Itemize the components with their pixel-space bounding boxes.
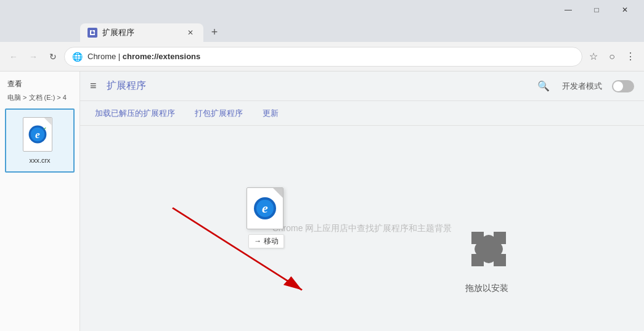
subnav-pack[interactable]: 打包扩展程序 [195,105,243,121]
drag-arrow [80,126,644,331]
url-box[interactable]: 🌐 Chrome | chrome://extensions [64,47,582,67]
drag-scene: e → 移动 拖放以安装 [80,126,644,331]
tab-title: 扩展程序 [102,27,180,38]
search-button[interactable]: 🔍 [535,78,552,95]
account-button[interactable]: ○ [603,48,621,65]
left-sidebar: 查看 电脑 > 文档 (E:) > 4 e xxx.crx [0,72,80,331]
move-label: → 移动 [248,234,283,248]
extensions-subnav: 加载已解压的扩展程序 打包扩展程序 更新 [80,101,644,126]
floating-file: e → 移动 [247,187,286,248]
toggle-knob [613,81,623,91]
secure-icon: 🌐 [72,52,83,62]
file-page: e [23,117,52,152]
crx-file-label: xxx.crx [29,157,50,164]
svg-point-6 [256,200,274,217]
chrome-extensions-page: ≡ 扩展程序 🔍 开发者模式 加载已解压的扩展程序 打包扩展程序 更新 Chro… [80,72,644,331]
address-bar: ← → ↻ 🌐 Chrome | chrome://extensions ☆ ○… [0,42,644,72]
drop-label: 拖放以安装 [465,283,508,294]
back-button[interactable]: ← [5,48,22,65]
svg-text:e: e [35,128,40,141]
sidebar-breadcrumb: 电脑 > 文档 (E:) > 4 [0,92,79,104]
extensions-body: Chrome 网上应用店中查找扩展程序和主题背景 [80,126,644,331]
extensions-title: 扩展程序 [107,80,146,92]
url-text: Chrome | chrome://extensions [88,52,574,61]
puzzle-icon [465,226,508,278]
tab-bar: 扩展程序 ✕ + [0,20,644,42]
dev-mode-toggle[interactable] [612,80,634,92]
main-content: 查看 电脑 > 文档 (E:) > 4 e xxx.crx [0,72,644,331]
puzzle-svg [465,226,508,269]
svg-point-5 [254,197,276,219]
active-tab[interactable]: 扩展程序 ✕ [80,23,203,42]
ie-logo-small: e [28,125,47,144]
bookmark-button[interactable]: ☆ [585,48,602,65]
floating-file-icon: e [247,187,286,232]
svg-line-4 [173,208,302,290]
new-tab-button[interactable]: + [206,23,223,41]
search-icon: 🔍 [537,80,550,92]
minimize-button[interactable]: — [554,0,582,20]
extensions-header: ≡ 扩展程序 🔍 开发者模式 [80,72,644,101]
svg-text:e: e [262,200,268,216]
hamburger-icon: ≡ [90,80,97,92]
subnav-load-unpacked[interactable]: 加载已解压的扩展程序 [95,105,175,121]
address-actions: ☆ ○ ⋮ [585,48,639,65]
window-controls: — □ ✕ [554,0,639,20]
forward-button[interactable]: → [25,48,42,65]
dev-mode-label: 开发者模式 [562,81,602,92]
title-bar: — □ ✕ [0,0,644,20]
close-button[interactable]: ✕ [611,0,639,20]
file-corner-large [273,188,283,198]
file-page-large: e [247,187,283,229]
crx-file-item[interactable]: e xxx.crx [5,108,75,173]
crx-file-icon: e [23,117,57,154]
sidebar-view-label: 查看 [0,76,79,92]
subnav-update[interactable]: 更新 [263,105,279,121]
menu-icon-button[interactable]: ≡ [90,80,97,92]
tab-icon [88,28,97,38]
menu-button[interactable]: ⋮ [622,48,639,65]
drop-target: 拖放以安装 [465,226,508,294]
tab-close-button[interactable]: ✕ [185,27,196,38]
maximize-button[interactable]: □ [582,0,611,20]
ie-logo-large: e [253,196,277,221]
reload-button[interactable]: ↻ [44,48,62,65]
empty-hint-text: Chrome 网上应用店中查找扩展程序和主题背景 [272,223,452,234]
